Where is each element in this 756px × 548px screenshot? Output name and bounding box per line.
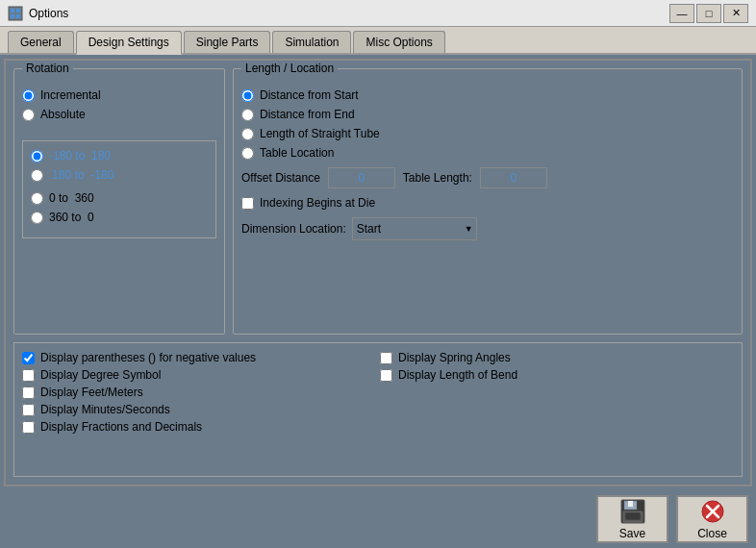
incremental-label[interactable]: Incremental [40,88,101,102]
window-icon [8,6,23,21]
cb-minutes-seconds: Display Minutes/Seconds [22,403,376,416]
range-360-0: 360 to 0 [31,211,208,224]
checkboxes-left: Display parentheses () for negative valu… [22,351,376,468]
window-title: Options [29,7,669,20]
svg-rect-3 [11,14,14,18]
radio-dist-end: Distance from End [241,108,734,121]
dist-end-label: Distance from End [260,108,355,121]
svg-rect-9 [625,512,641,520]
title-controls: — □ ✕ [669,4,748,23]
indexing-checkbox[interactable] [241,197,254,210]
length-location-title: Length / Location [241,62,338,75]
incremental-radio[interactable] [22,89,35,102]
range-0-360-label: 0 to 360 [49,191,94,205]
length-bend-label[interactable]: Display Length of Bend [398,368,517,382]
table-location-radio[interactable] [241,147,254,160]
cb-feet-meters: Display Feet/Meters [22,386,376,399]
range-360-0-radio[interactable] [31,212,43,224]
absolute-radio[interactable] [22,109,35,121]
absolute-label[interactable]: Absolute [40,108,86,121]
degree-symbol-checkbox[interactable] [22,369,35,382]
range-180-label: 180 to -180 [49,168,113,182]
range-neg180-180: -180 to 180 [31,149,208,162]
bottom-checkboxes-area: Display parentheses () for negative valu… [13,342,743,477]
rotation-group-title: Rotation [22,62,73,75]
tab-misc-options[interactable]: Misc Options [353,31,444,53]
main-content: Rotation Incremental Absolute -180 [4,59,752,486]
radio-incremental: Incremental [22,88,216,102]
minimize-button[interactable]: — [669,4,694,23]
dimension-location-wrapper: Start End Center [352,217,477,240]
table-length-input[interactable]: 0 [480,167,547,188]
svg-rect-4 [16,14,20,18]
minutes-seconds-label[interactable]: Display Minutes/Seconds [40,403,170,416]
range-neg180-label: -180 to 180 [49,149,111,162]
close-button[interactable]: Close [676,495,748,543]
svg-rect-7 [628,501,633,507]
options-window: Options — □ ✕ General Design Settings Si… [0,0,756,548]
svg-rect-2 [16,9,20,12]
indexing-label[interactable]: Indexing Begins at Die [260,196,375,210]
maximize-button[interactable]: □ [696,4,721,23]
save-button[interactable]: Save [596,495,668,543]
length-straight-radio[interactable] [241,128,254,140]
footer: Save Close [0,490,756,548]
radio-dist-start: Distance from Start [241,88,734,102]
range-0-360: 0 to 360 [31,191,208,205]
dimension-location-row: Dimension Location: Start End Center [241,217,734,240]
save-label: Save [619,527,645,540]
rotation-group: Rotation Incremental Absolute -180 [13,68,225,335]
display-parens-checkbox[interactable] [22,352,35,364]
minutes-seconds-checkbox[interactable] [22,404,35,416]
table-length-label: Table Length: [403,171,472,185]
length-location-group: Length / Location Distance from Start Di… [233,68,743,335]
length-bend-checkbox[interactable] [380,369,392,382]
dist-start-radio[interactable] [241,89,254,102]
cb-display-parens: Display parentheses () for negative valu… [22,351,376,364]
radio-length-straight: Length of Straight Tube [241,127,734,140]
title-bar: Options — □ ✕ [0,0,756,27]
close-icon [700,499,725,524]
offset-row: Offset Distance 0 Table Length: 0 [241,167,734,188]
dimension-location-label: Dimension Location: [241,222,346,236]
range-360-0-label: 360 to 0 [49,211,94,224]
close-label: Close [697,527,727,540]
dist-end-radio[interactable] [241,109,254,121]
tab-general[interactable]: General [8,31,74,53]
tab-single-parts[interactable]: Single Parts [184,31,271,53]
checkboxes-right: Display Spring Angles Display Length of … [380,351,734,468]
dimension-location-select[interactable]: Start End Center [352,217,477,240]
offset-distance-label: Offset Distance [241,171,320,185]
feet-meters-checkbox[interactable] [22,386,35,399]
tabs-bar: General Design Settings Single Parts Sim… [0,27,756,55]
range-0-360-radio[interactable] [31,192,43,205]
range-180-neg180: 180 to -180 [31,168,208,182]
display-parens-label[interactable]: Display parentheses () for negative valu… [40,351,256,364]
degree-symbol-label[interactable]: Display Degree Symbol [40,368,161,382]
save-icon [619,499,646,524]
offset-distance-input[interactable]: 0 [328,167,395,188]
cb-length-bend: Display Length of Bend [380,368,734,382]
table-location-label: Table Location [260,146,334,160]
spring-angles-checkbox[interactable] [380,352,392,364]
fractions-decimals-checkbox[interactable] [22,421,35,434]
tab-simulation[interactable]: Simulation [272,31,351,53]
range-180-radio[interactable] [31,169,43,182]
indexing-row: Indexing Begins at Die [241,196,734,210]
dist-start-label: Distance from Start [260,88,359,102]
fractions-decimals-label[interactable]: Display Fractions and Decimals [40,420,202,434]
tab-design-settings[interactable]: Design Settings [76,31,182,55]
panels-row: Rotation Incremental Absolute -180 [13,68,743,335]
length-straight-label: Length of Straight Tube [260,127,380,140]
rotation-ranges-box: -180 to 180 180 to -180 0 to 360 360 to … [22,140,216,238]
spring-angles-label[interactable]: Display Spring Angles [398,351,511,364]
cb-fractions-decimals: Display Fractions and Decimals [22,420,376,434]
svg-rect-1 [11,9,14,12]
radio-table-location: Table Location [241,146,734,160]
radio-absolute: Absolute [22,108,216,121]
window-close-button[interactable]: ✕ [723,4,748,23]
feet-meters-label[interactable]: Display Feet/Meters [40,386,143,399]
cb-degree-symbol: Display Degree Symbol [22,368,376,382]
range-neg180-radio[interactable] [31,150,43,162]
cb-spring-angles: Display Spring Angles [380,351,734,364]
